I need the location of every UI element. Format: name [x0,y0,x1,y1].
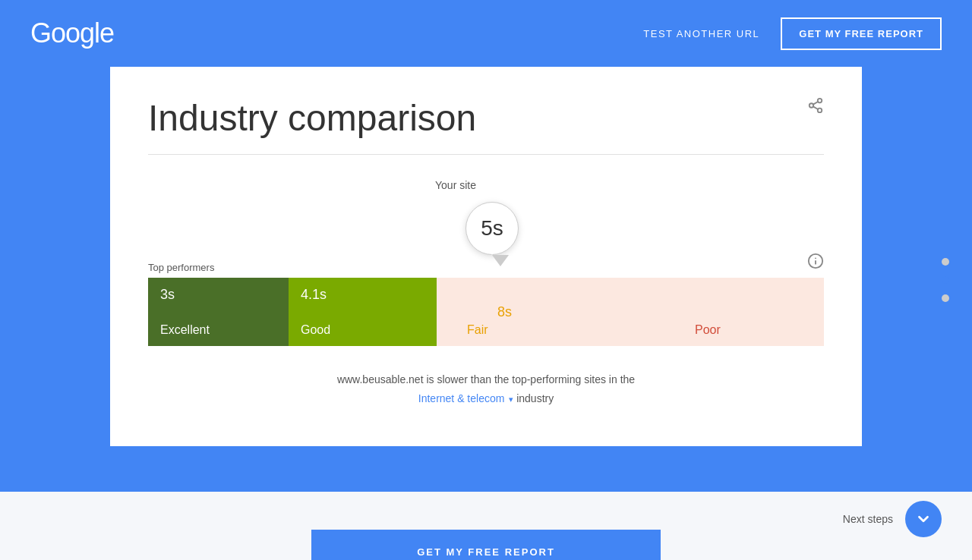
dot-2[interactable] [942,276,949,284]
bar-excellent: 3s Excellent [148,278,289,346]
your-site-label: Your site [435,179,476,191]
dot-navigation [942,258,949,302]
next-steps-area: Next steps [843,501,942,537]
industry-comparison-card: Industry comparison Your site 5s [110,67,862,446]
dropdown-arrow-icon: ▾ [509,395,513,404]
bar-fair-value: 8s [497,304,512,320]
bar-fair-label: Fair [467,323,488,337]
header-actions: TEST ANOTHER URL GET MY FREE REPORT [643,17,942,50]
industry-dropdown[interactable]: Internet & telecom ▾ [418,392,516,404]
bar-good-label: Good [301,323,424,337]
pin-marker: 5s [465,202,519,266]
dot-1[interactable] [942,258,949,266]
description-text: www.beusable.net is slower than the top-… [337,373,635,385]
main-background: Industry comparison Your site 5s [0,67,972,492]
test-another-url-button[interactable]: TEST ANOTHER URL [643,28,759,39]
next-steps-label: Next steps [843,513,893,525]
bar-good: 4.1s Good [289,278,437,346]
bar-good-value: 4.1s [301,287,424,303]
chart-container: Your site 5s Top performers [148,179,824,346]
chart-description: www.beusable.net is slower than the top-… [148,370,824,408]
google-logo: Google [30,17,114,49]
chevron-down-icon [915,511,932,527]
svg-line-4 [813,102,818,105]
card-title: Industry comparison [148,97,824,139]
bar-excellent-label: Excellent [160,323,276,337]
bar-poor-label: Poor [695,323,721,337]
svg-line-3 [813,106,818,109]
bar-chart: 3s Excellent 4.1s Good 8s Fair Poor [148,278,824,346]
dot-3[interactable] [942,294,949,302]
bottom-section: GET MY FREE REPORT [0,492,972,560]
top-performers-label: Top performers [148,262,214,278]
get-report-main-button[interactable]: GET MY FREE REPORT [311,530,661,560]
get-report-header-button[interactable]: GET MY FREE REPORT [781,17,942,50]
share-icon[interactable] [807,97,824,118]
industry-link-text: Internet & telecom [418,392,505,404]
bar-excellent-value: 3s [160,287,276,303]
header: Google TEST ANOTHER URL GET MY FREE REPO… [0,0,972,67]
bar-fair-poor: 8s Fair Poor [437,278,824,346]
description-suffix-text: industry [516,392,554,404]
card-divider [148,154,824,155]
next-steps-button[interactable] [905,501,942,537]
